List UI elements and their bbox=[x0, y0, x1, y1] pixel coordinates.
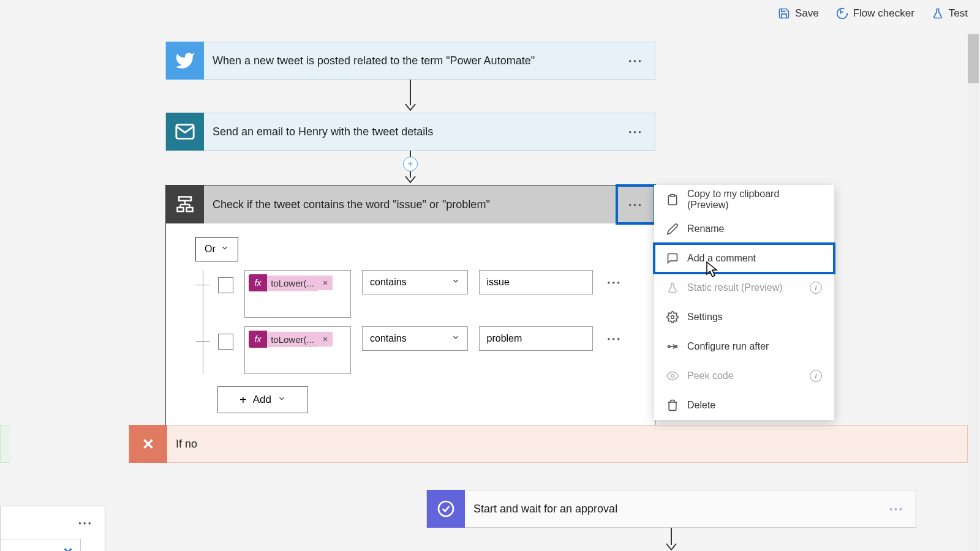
trigger-title: When a new tweet is posted related to th… bbox=[204, 54, 617, 67]
approval-step[interactable]: Start and wait for an approval ●●● bbox=[426, 490, 916, 528]
menu-delete-label: Delete bbox=[687, 400, 715, 411]
fx-text: toLower(... bbox=[267, 276, 318, 291]
trigger-menu-button[interactable]: ●●● bbox=[617, 42, 655, 80]
close-icon bbox=[129, 425, 167, 463]
condition-row: fx toLower(... × contains ●●● bbox=[203, 326, 625, 374]
menu-rename-label: Rename bbox=[687, 223, 724, 234]
partial-menu-button[interactable]: ●●● bbox=[78, 520, 93, 526]
fx-icon: fx bbox=[249, 274, 267, 291]
approval-menu-button[interactable]: ●●● bbox=[878, 490, 916, 528]
fx-text: toLower(... bbox=[267, 332, 318, 347]
add-condition-button[interactable]: + Add bbox=[217, 386, 308, 413]
chevron-down-icon bbox=[61, 544, 75, 551]
trigger-step[interactable]: When a new tweet is posted related to th… bbox=[165, 42, 655, 80]
menu-peek-code: Peek code i bbox=[654, 361, 834, 391]
expression-field[interactable]: fx toLower(... × bbox=[244, 270, 351, 318]
arrow-connector bbox=[664, 528, 679, 551]
comment-icon bbox=[666, 252, 679, 264]
svg-point-15 bbox=[671, 316, 674, 319]
condition-menu-button[interactable]: ●●● bbox=[617, 186, 655, 223]
menu-add-comment[interactable]: Add a comment bbox=[654, 244, 834, 273]
condition-icon bbox=[166, 186, 204, 223]
row-checkbox[interactable] bbox=[218, 277, 233, 293]
checker-icon bbox=[836, 7, 848, 20]
save-button[interactable]: Save bbox=[778, 7, 819, 20]
menu-static-label: Static result (Preview) bbox=[687, 282, 783, 293]
email-icon bbox=[166, 113, 204, 151]
chevron-down-icon bbox=[451, 277, 460, 288]
row-menu-button[interactable]: ●●● bbox=[604, 330, 626, 348]
scrollbar-thumb[interactable] bbox=[968, 34, 979, 83]
flow-canvas: When a new tweet is posted related to th… bbox=[0, 31, 980, 551]
flask-icon bbox=[932, 7, 944, 20]
menu-peek-label: Peek code bbox=[687, 370, 734, 381]
value-input[interactable] bbox=[479, 326, 593, 351]
row-menu-button[interactable]: ●●● bbox=[604, 274, 626, 291]
vertical-scrollbar[interactable] bbox=[968, 32, 979, 551]
add-label: Add bbox=[253, 394, 271, 406]
gear-icon bbox=[666, 311, 679, 323]
logic-selector[interactable]: Or bbox=[195, 237, 238, 261]
remove-token-button[interactable]: × bbox=[318, 332, 333, 347]
trash-icon bbox=[666, 399, 679, 411]
operator-select[interactable]: contains bbox=[362, 326, 467, 351]
flask-icon bbox=[666, 282, 679, 294]
run-after-icon bbox=[666, 340, 679, 353]
approval-icon bbox=[427, 490, 465, 528]
top-toolbar: Save Flow checker Test bbox=[778, 0, 968, 27]
menu-settings-label: Settings bbox=[687, 312, 723, 323]
mouse-cursor bbox=[703, 261, 719, 282]
info-icon[interactable]: i bbox=[810, 282, 822, 294]
expression-token: fx toLower(... × bbox=[249, 331, 333, 348]
svg-point-16 bbox=[668, 345, 670, 347]
email-step[interactable]: Send an email to Henry with the tweet de… bbox=[165, 113, 655, 151]
value-input[interactable] bbox=[479, 270, 593, 294]
info-icon[interactable]: i bbox=[810, 370, 822, 382]
approval-title: Start and wait for an approval bbox=[465, 503, 878, 515]
condition-title: Check if the tweet contains the word "is… bbox=[204, 198, 617, 211]
menu-rename[interactable]: Rename bbox=[654, 214, 834, 244]
condition-step: Check if the tweet contains the word "is… bbox=[165, 185, 655, 431]
condition-header[interactable]: Check if the tweet contains the word "is… bbox=[166, 186, 655, 223]
fx-icon: fx bbox=[249, 331, 267, 348]
save-label: Save bbox=[795, 7, 819, 20]
menu-comment-label: Add a comment bbox=[687, 253, 756, 264]
svg-point-19 bbox=[671, 375, 674, 378]
logic-label: Or bbox=[205, 244, 216, 255]
email-menu-button[interactable]: ●●● bbox=[617, 113, 655, 151]
menu-configure-run-after[interactable]: Configure run after bbox=[654, 332, 834, 361]
row-checkbox[interactable] bbox=[218, 334, 233, 350]
menu-settings[interactable]: Settings bbox=[654, 302, 834, 332]
if-no-branch[interactable]: If no bbox=[129, 425, 968, 463]
email-title: Send an email to Henry with the tweet de… bbox=[204, 126, 617, 138]
svg-rect-14 bbox=[671, 195, 675, 197]
menu-static-result: Static result (Preview) i bbox=[654, 273, 834, 302]
flow-checker-label: Flow checker bbox=[853, 7, 914, 20]
chevron-down-icon bbox=[451, 333, 460, 344]
test-button[interactable]: Test bbox=[932, 7, 968, 20]
condition-row: fx toLower(... × contains ●●● bbox=[203, 270, 625, 318]
condition-body: Or fx toLower(... × contains bbox=[166, 223, 655, 430]
arrow-connector bbox=[403, 80, 418, 113]
pencil-icon bbox=[666, 223, 679, 235]
expression-token: fx toLower(... × bbox=[249, 274, 333, 291]
test-label: Test bbox=[949, 7, 968, 20]
remove-token-button[interactable]: × bbox=[318, 276, 333, 290]
chevron-down-icon bbox=[221, 244, 229, 255]
svg-point-12 bbox=[439, 501, 453, 516]
operator-select[interactable]: contains bbox=[362, 270, 467, 294]
flow-checker-button[interactable]: Flow checker bbox=[836, 7, 914, 20]
twitter-icon bbox=[166, 42, 204, 80]
expression-field[interactable]: fx toLower(... × bbox=[244, 326, 351, 374]
add-step-button[interactable]: + bbox=[403, 157, 418, 171]
svg-rect-9 bbox=[187, 208, 193, 211]
if-no-title: If no bbox=[167, 438, 967, 451]
svg-rect-8 bbox=[178, 208, 184, 211]
menu-delete[interactable]: Delete bbox=[654, 391, 834, 420]
operator-value: contains bbox=[370, 277, 407, 288]
menu-copy[interactable]: Copy to my clipboard (Preview) bbox=[654, 185, 834, 214]
menu-configure-label: Configure run after bbox=[687, 341, 769, 352]
context-menu: Copy to my clipboard (Preview) Rename Ad… bbox=[654, 185, 834, 420]
chevron-down-icon bbox=[277, 394, 286, 406]
clipboard-icon bbox=[666, 193, 679, 206]
